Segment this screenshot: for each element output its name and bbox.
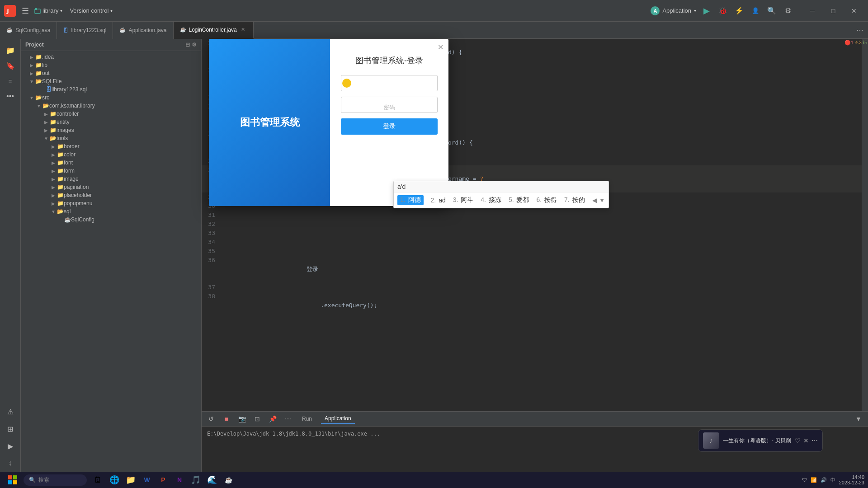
tree-item-border[interactable]: ▶ 📁 border — [21, 142, 201, 150]
sidebar-icon-terminal[interactable]: ⊞ — [3, 421, 18, 436]
taskbar-app-explorer[interactable]: 📁 — [123, 472, 138, 488]
tree-item-form[interactable]: ▶ 📁 form — [21, 167, 201, 175]
debug-icon[interactable]: 🐞 — [716, 4, 730, 18]
taskbar-app-widgets[interactable]: 🗓 — [90, 472, 106, 488]
run-app-button[interactable]: A Application ▾ — [651, 6, 696, 15]
taskbar-search[interactable]: 🔍 搜索 — [24, 474, 87, 486]
tree-item-controller[interactable]: ▶ 📁 controller — [21, 110, 201, 118]
ime-candidate-4[interactable]: 4. 接冻 — [481, 196, 501, 204]
tab-sqlconfig[interactable]: ☕ SqlConfig.java — [0, 22, 57, 39]
version-control[interactable]: Version control ▾ — [70, 7, 113, 14]
menu-hamburger[interactable]: ☰ — [20, 4, 31, 18]
tree-item-comksamar[interactable]: ▼ 📂 com.ksamar.library — [21, 102, 201, 110]
settings-icon[interactable]: ⚙ — [781, 4, 795, 18]
taskbar-input-zh[interactable]: 中 — [830, 477, 835, 483]
maximize-button[interactable]: □ — [823, 4, 844, 18]
code-line-35: 35 — [202, 247, 862, 256]
ime-candidate-3[interactable]: 3. 阿斗 — [453, 196, 474, 204]
run-icon[interactable]: ▶ — [700, 4, 713, 18]
run-restore-button[interactable]: ⊡ — [252, 414, 262, 424]
tree-item-src[interactable]: ▼ 📂 src — [21, 94, 201, 102]
tree-item-pagination[interactable]: ▶ 📁 pagination — [21, 183, 201, 191]
tab-logincontroller[interactable]: ☕ LoginController.java ✕ — [174, 22, 254, 39]
ime-candidate-6[interactable]: 6. 按得 — [536, 196, 557, 204]
username-input[interactable] — [341, 75, 438, 91]
taskbar-app-chrome[interactable]: 🌐 — [107, 472, 122, 488]
taskbar-app-unknown1[interactable]: 🎵 — [188, 472, 203, 488]
ime-prev-button[interactable]: ◀ — [592, 197, 597, 204]
tree-item-sqlconfig[interactable]: ☕ SqlConfig — [21, 216, 201, 224]
ime-candidate-2[interactable]: 2. ad — [431, 197, 446, 204]
sidebar-icon-bookmarks[interactable]: 🔖 — [3, 58, 18, 73]
music-title: 一生有你（粤语版）- 贝贝削 — [723, 437, 791, 445]
cand-text-4: 接冻 — [489, 196, 501, 203]
run-more-button[interactable]: ⋯ — [283, 414, 293, 424]
tab-bar: ☕ SqlConfig.java 🗄 library1223.sql ☕ App… — [0, 22, 868, 39]
password-input[interactable] — [341, 97, 438, 113]
ime-candidate-7[interactable]: 7. 按的 — [564, 196, 585, 204]
sidebar-icon-structure[interactable]: ≡ — [3, 73, 18, 89]
sidebar-icon-more[interactable]: ••• — [3, 89, 18, 104]
tree-item-sqlfile[interactable]: ▼ 📂 SQLFile — [21, 77, 201, 85]
ime-candidate-1[interactable]: 1. 阿德 — [397, 195, 424, 205]
error-count: 🔴1 — [844, 40, 854, 46]
run-down-arrow[interactable]: ▼ — [854, 414, 863, 424]
login-close-button[interactable]: ✕ — [436, 42, 445, 52]
run-stop-button[interactable]: ■ — [222, 414, 231, 424]
taskbar-app-word[interactable]: W — [139, 472, 155, 488]
tree-item-lib[interactable]: ▶ 📁 lib — [21, 61, 201, 69]
tree-item-tools[interactable]: ▼ 📂 tools — [21, 134, 201, 142]
sidebar-icon-git[interactable]: ↕ — [3, 455, 18, 471]
tree-item-library1223sql[interactable]: 🗄 library1223.sql — [21, 85, 201, 94]
project-name[interactable]: library ▾ — [34, 7, 62, 14]
tree-item-image[interactable]: ▶ 📁 image — [21, 175, 201, 183]
folder-icon-out: 📁 — [35, 70, 42, 76]
tree-item-entity[interactable]: ▶ 📁 entity — [21, 118, 201, 126]
music-more-button[interactable]: ⋯ — [811, 437, 818, 444]
tree-item-popupmenu[interactable]: ▶ 📁 popupmenu — [21, 199, 201, 207]
tree-item-color[interactable]: ▶ 📁 color — [21, 150, 201, 159]
tree-item-sql[interactable]: ▼ 📂 sql — [21, 207, 201, 216]
taskbar-app-edge[interactable]: 🌊 — [204, 472, 220, 488]
bottom-tab-application[interactable]: Application — [321, 413, 355, 424]
ime-candidate-5[interactable]: 5. 爱都 — [509, 196, 529, 204]
sidebar-collapse-all-icon[interactable]: ⊟ — [185, 42, 190, 48]
windows-start-button[interactable] — [4, 473, 22, 487]
tab-logincontroller-close[interactable]: ✕ — [240, 26, 247, 33]
tree-item-idea[interactable]: ▶ 📁 .idea — [21, 53, 201, 61]
taskbar-app-onenote[interactable]: N — [172, 472, 187, 488]
tab-library1223[interactable]: 🗄 library1223.sql — [57, 22, 113, 39]
info-count: ℹ5 — [863, 40, 867, 46]
close-button[interactable]: ✕ — [844, 4, 864, 18]
coverage-icon[interactable]: ⚡ — [732, 4, 746, 18]
ime-next-button[interactable]: ▼ — [599, 197, 605, 204]
error-gutter: 🔴1 ⚠3 ℹ5 — [862, 39, 868, 411]
ime-popup: a'd 1. 阿德 2. ad 3. 阿斗 4. 接冻 5. 爱都 6. 按得 … — [393, 181, 609, 208]
code-line-38: 38 .executeQuery(); — [202, 292, 862, 319]
tree-item-placeholder[interactable]: ▶ 📁 placeholder — [21, 191, 201, 199]
sidebar-icon-problems[interactable]: ⚠ — [3, 404, 18, 419]
music-close-button[interactable]: ✕ — [803, 437, 809, 444]
profile-icon[interactable]: 👤 — [749, 4, 762, 18]
run-pin-button[interactable]: 📌 — [268, 414, 278, 424]
bottom-tab-run[interactable]: Run — [298, 414, 316, 424]
project-icon — [34, 8, 41, 14]
more-tabs-button[interactable]: ⋯ — [852, 26, 868, 34]
tree-item-out[interactable]: ▶ 📁 out — [21, 69, 201, 77]
taskbar-app-powerpoint[interactable]: P — [156, 472, 171, 488]
tree-item-font[interactable]: ▶ 📁 font — [21, 159, 201, 167]
tab-application[interactable]: ☕ Application.java — [113, 22, 173, 39]
cursor-dot — [342, 79, 351, 88]
search-icon[interactable]: 🔍 — [765, 4, 778, 18]
login-button[interactable]: 登录 — [341, 118, 438, 135]
sidebar-icon-run[interactable]: ▶ — [3, 438, 18, 454]
taskbar-time: 14:40 — [839, 474, 864, 480]
sidebar-icon-project[interactable]: 📁 — [3, 42, 18, 58]
minimize-button[interactable]: ─ — [802, 4, 823, 18]
tree-item-images[interactable]: ▶ 📁 images — [21, 126, 201, 134]
run-rerun-button[interactable]: ↺ — [206, 414, 216, 424]
sidebar-settings-icon[interactable]: ⚙ — [192, 42, 197, 48]
music-like-button[interactable]: ♡ — [795, 437, 801, 444]
taskbar-app-java[interactable]: ☕ — [221, 472, 236, 488]
run-camera-button[interactable]: 📷 — [237, 414, 247, 424]
